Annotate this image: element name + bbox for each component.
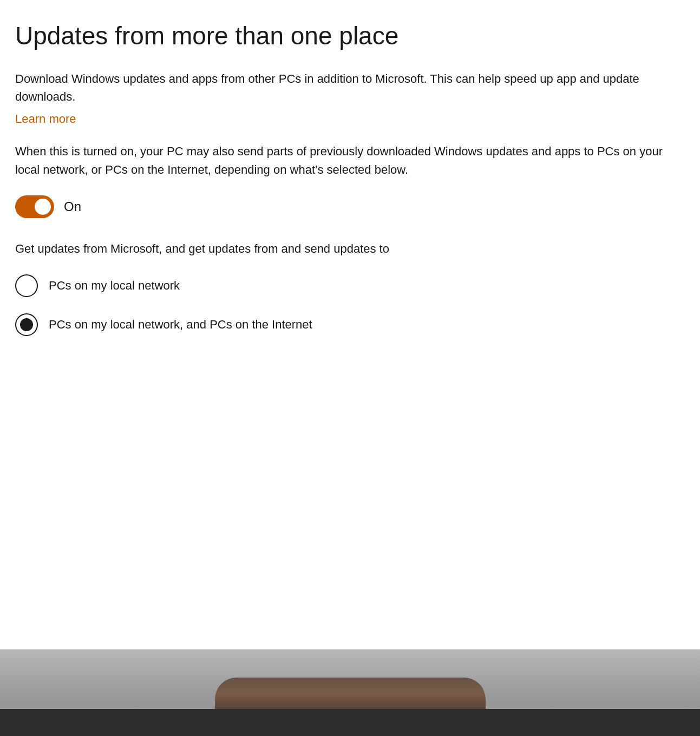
radio-inner-dot [20,318,33,331]
toggle-label: On [64,199,81,214]
taskbar-area [0,649,700,736]
radio-group: PCs on my local network PCs on my local … [15,274,685,336]
page-title: Updates from more than one place [15,22,685,50]
learn-more-link[interactable]: Learn more [15,112,76,126]
description-text: Download Windows updates and apps from o… [15,70,685,106]
radio-label-local-and-internet: PCs on my local network, and PCs on the … [49,318,312,332]
radio-circle-local-network[interactable] [15,274,38,297]
radio-item-local-and-internet[interactable]: PCs on my local network, and PCs on the … [15,313,685,336]
toggle-knob [35,199,51,215]
updates-from-text: Get updates from Microsoft, and get upda… [15,240,685,258]
secondary-description: When this is turned on, your PC may also… [15,142,685,179]
description-block: Download Windows updates and apps from o… [15,70,685,126]
radio-circle-local-and-internet[interactable] [15,313,38,336]
taskbar-band [0,709,700,736]
radio-item-local-network[interactable]: PCs on my local network [15,274,685,297]
toggle-switch[interactable] [15,195,54,218]
radio-label-local-network: PCs on my local network [49,279,180,293]
main-content: Updates from more than one place Downloa… [0,0,700,649]
toggle-row: On [15,195,685,218]
taskbar-landscape-shape [215,678,486,710]
